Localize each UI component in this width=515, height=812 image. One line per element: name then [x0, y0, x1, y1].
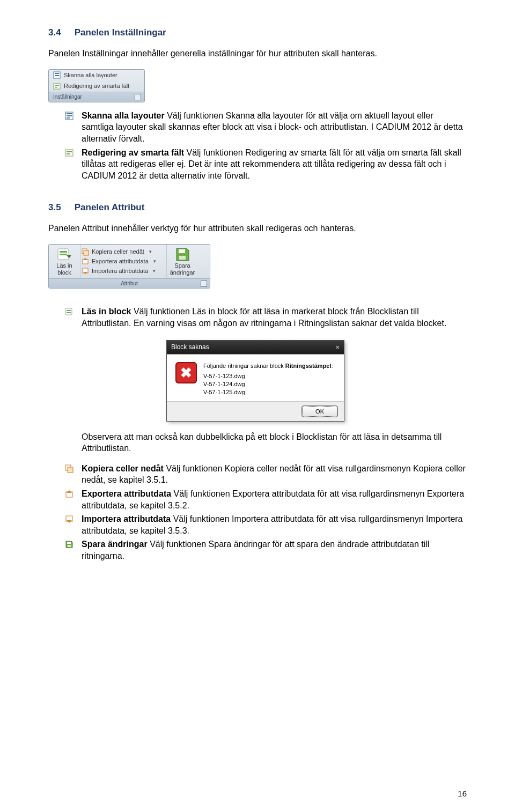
section-number: 3.4: [48, 27, 72, 39]
msg-bold: Ritningsstämpel: [285, 363, 332, 369]
svg-rect-5: [55, 87, 57, 88]
dialog-block-saknas: Block saknas × ✖ Följande ritningar sakn…: [166, 340, 344, 422]
ok-button[interactable]: OK: [302, 406, 337, 417]
section-title: Panelen Inställningar: [75, 27, 166, 38]
dialog-message: Följande ritningar saknar block Ritnings…: [203, 362, 333, 397]
list-item: Redigering av smarta fält Välj funktione…: [64, 147, 467, 182]
svg-rect-2: [55, 75, 59, 76]
msg-prefix: Följande ritningar saknar block: [203, 363, 285, 369]
list-item: Spara ändringar Välj funktionen Spara än…: [64, 538, 467, 562]
list-item: Exportera attributdata Välj funktionen E…: [64, 488, 467, 511]
svg-rect-10: [65, 150, 73, 156]
svg-rect-21: [179, 256, 186, 260]
ribbon-button-spara[interactable]: Spara ändringar: [167, 245, 198, 278]
ribbon-button-las-in-block[interactable]: Läs in block: [49, 245, 80, 278]
ribbon-label: Skanna alla layouter: [64, 71, 117, 79]
list-item: Skanna alla layouter Välj funktionen Ska…: [64, 110, 467, 145]
inst-bullet-list: Skanna alla layouter Välj funktionen Ska…: [48, 110, 467, 182]
dialog-launcher-icon[interactable]: [201, 280, 207, 287]
svg-rect-15: [60, 254, 67, 255]
export-icon: [64, 489, 74, 499]
list-item: Kopiera celler nedåt Välj funktionen Kop…: [64, 463, 467, 486]
close-icon[interactable]: ×: [335, 343, 340, 352]
msg-suffix: :: [331, 363, 333, 369]
copy-down-icon: [64, 464, 74, 474]
section-title: Panelen Attribut: [75, 202, 145, 212]
svg-rect-26: [68, 467, 73, 473]
copy-down-icon: [82, 248, 89, 256]
section-3-5-heading: 3.5 Panelen Attribut: [48, 202, 467, 214]
ribbon-label: block: [57, 270, 71, 276]
svg-rect-17: [84, 250, 89, 255]
ribbon-footer-label: Attribut: [121, 280, 138, 287]
svg-rect-23: [67, 310, 71, 311]
save-icon: [175, 247, 190, 262]
ribbon-item-skanna[interactable]: Skanna alla layouter: [49, 70, 144, 81]
ribbon-footer: Attribut: [49, 278, 210, 289]
svg-rect-20: [179, 249, 185, 253]
read-block-icon: [57, 247, 72, 262]
chevron-down-icon: ▾: [149, 248, 152, 255]
observera-text: Observera att man också kan dubbelklicka…: [48, 431, 467, 454]
chevron-down-icon: ▾: [153, 268, 156, 274]
ribbon-item-importera[interactable]: Importera attributdata ▾: [82, 267, 162, 276]
list-item: Läs in block Välj funktionen Läs in bloc…: [64, 306, 467, 329]
read-block-icon: [64, 307, 74, 316]
svg-rect-9: [67, 117, 70, 119]
svg-rect-8: [67, 115, 72, 116]
section-3-4-heading: 3.4 Panelen Inställningar: [48, 27, 467, 39]
list-item: Importera attributdata Välj funktionen I…: [64, 513, 467, 536]
save-icon: [64, 540, 74, 549]
svg-rect-12: [67, 153, 70, 154]
ribbon-label: Läs in: [56, 263, 72, 269]
section-3-5-intro: Panelen Attribut innehåller verktyg för …: [48, 223, 467, 234]
svg-rect-30: [68, 545, 71, 547]
svg-rect-14: [60, 251, 67, 253]
layout-scan-icon: [64, 111, 74, 121]
file-line: V-57-1-123.dwg: [203, 372, 333, 380]
ribbon-footer: Inställningar: [49, 92, 144, 102]
ribbon-label: Importera attributdata: [92, 267, 148, 275]
svg-rect-11: [67, 151, 72, 152]
bullet-title: Kopiera celler nedåt: [82, 464, 164, 473]
ribbon-item-kopiera[interactable]: Kopiera celler nedåt ▾: [82, 247, 162, 256]
bullet-title: Importera attributdata: [82, 514, 171, 523]
svg-rect-7: [67, 113, 72, 114]
import-icon: [64, 514, 74, 524]
ribbon-label: Redigering av smarta fält: [64, 82, 129, 90]
file-line: V-57-1-124.dwg: [203, 380, 333, 388]
attr-bullet-list-2: Kopiera celler nedåt Välj funktionen Kop…: [48, 463, 467, 562]
file-line: V-57-1-125.dwg: [203, 388, 333, 396]
bullet-title: Redigering av smarta fält: [82, 148, 184, 157]
bullet-text: Välj funktionen Läs in block för att läs…: [82, 307, 446, 328]
svg-rect-4: [55, 85, 59, 86]
dialog-title: Block saknas: [171, 343, 209, 351]
ribbon-label: Exportera attributdata: [92, 257, 149, 265]
svg-rect-22: [65, 308, 72, 315]
bullet-title: Exportera attributdata: [82, 489, 171, 498]
ribbon-label: Kopiera celler nedåt: [92, 248, 144, 256]
ribbon-label: ändringar: [170, 270, 195, 276]
attr-bullet-list-1: Läs in block Välj funktionen Läs in bloc…: [48, 306, 467, 329]
section-number: 3.5: [48, 202, 72, 214]
ribbon-panel-installningar: Skanna alla layouter Redigering av smart…: [48, 69, 145, 102]
import-icon: [82, 267, 89, 275]
error-icon: ✖: [175, 362, 197, 383]
svg-rect-1: [55, 73, 59, 74]
layout-scan-icon: [53, 71, 61, 79]
bullet-title: Spara ändringar: [82, 540, 148, 549]
bullet-title: Skanna alla layouter: [82, 111, 165, 120]
chevron-down-icon: ▾: [153, 258, 156, 264]
svg-rect-24: [67, 312, 71, 313]
smart-fields-icon: [64, 148, 74, 158]
dialog-titlebar: Block saknas ×: [167, 341, 344, 355]
dialog-launcher-icon[interactable]: [135, 94, 141, 100]
ribbon-label: Spara: [174, 263, 190, 269]
svg-rect-29: [67, 542, 71, 544]
ribbon-item-redigering[interactable]: Redigering av smarta fält: [49, 80, 144, 92]
smart-fields-icon: [53, 83, 61, 90]
svg-rect-3: [54, 84, 60, 89]
ribbon-panel-attribut: Läs in block Kopiera celler nedåt ▾ Expo…: [48, 244, 210, 289]
ribbon-footer-label: Inställningar: [53, 93, 82, 101]
ribbon-item-exportera[interactable]: Exportera attributdata ▾: [82, 257, 162, 266]
